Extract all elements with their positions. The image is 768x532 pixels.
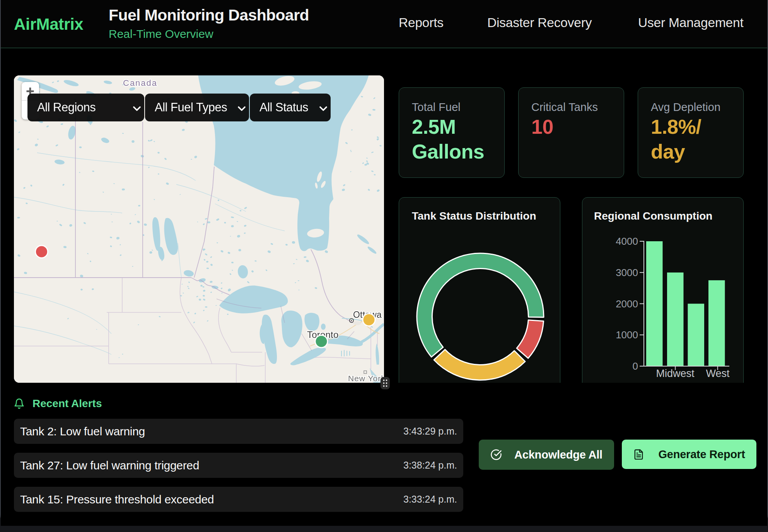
svg-text:1000: 1000 [616, 329, 638, 341]
svg-text:4000: 4000 [616, 235, 638, 247]
svg-text:Midwest: Midwest [656, 368, 695, 379]
svg-text:New York: New York [348, 374, 384, 383]
svg-text:2000: 2000 [616, 298, 638, 310]
svg-text:0: 0 [633, 360, 638, 372]
svg-text:3000: 3000 [616, 267, 638, 278]
svg-text:Canada: Canada [123, 78, 157, 88]
svg-text:West: West [706, 368, 730, 379]
